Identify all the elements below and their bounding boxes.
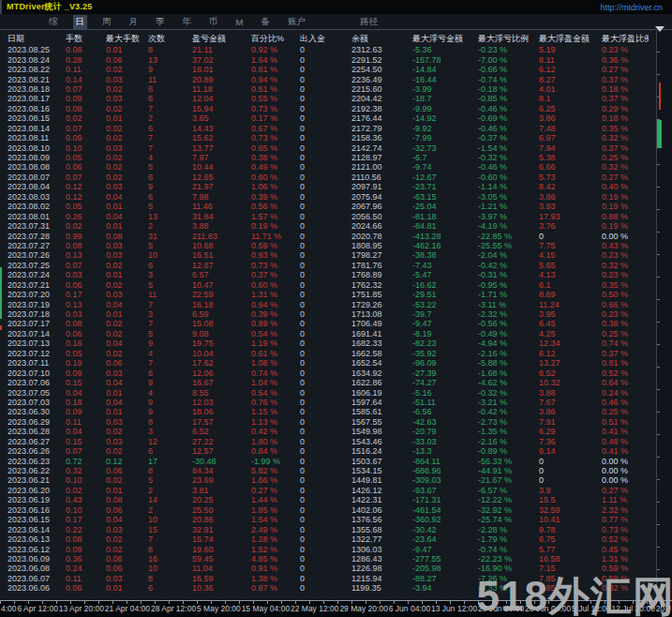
table-row[interactable]: 2023.07.190.130.04716.180.94 %01729.26-5… xyxy=(0,299,656,308)
table-row[interactable]: 2023.08.010.260.041331.841.57 %02056.50-… xyxy=(0,211,656,220)
cell-max-lots: 0.02 xyxy=(106,153,148,162)
cell-balance: 1606.19 xyxy=(351,388,412,398)
menu-item-8[interactable]: 备 xyxy=(258,15,273,29)
table-row[interactable]: 2023.07.280.990.0831211.8311.71 %02020.7… xyxy=(0,231,656,240)
table-row[interactable]: 2023.06.230.720.1217-30.48-1.99 %01503.6… xyxy=(0,456,656,465)
menu-item-7[interactable]: M xyxy=(233,16,246,28)
table-row[interactable]: 2023.07.050.040.0148.550.54 %01606.19-5.… xyxy=(0,387,656,397)
table-row[interactable]: 2023.07.140.060.0259.080.54 %01691.41-8.… xyxy=(0,329,656,339)
cell-lots: 0.02 xyxy=(66,221,106,231)
table-row[interactable]: 2023.06.090.360.061659.454.85 %01286.43-… xyxy=(0,554,656,564)
table-row[interactable]: 2023.08.170.090.03612.040.55 %02204.42-1… xyxy=(0,94,656,103)
cell-count: 6 xyxy=(148,173,192,182)
table-row[interactable]: 2023.08.080.060.02510.440.49 %02121.00-9… xyxy=(0,162,656,172)
cell-max-float-profit-pct: 0.37 % xyxy=(602,94,649,103)
cell-percent: 0.55 % xyxy=(251,94,300,103)
cell-pl-amount: 84.34 xyxy=(192,466,251,475)
table-row[interactable]: 2023.06.300.090.01918.061.15 %01585.61-6… xyxy=(0,407,656,416)
cell-balance: 1762.32 xyxy=(351,280,412,290)
cell-pl-amount: 11.04 xyxy=(192,564,251,573)
menu-item-0[interactable]: 综 xyxy=(46,15,61,29)
menu-bar: 综日周月季年币M备账户路径 xyxy=(0,14,672,30)
table-row[interactable]: 2023.06.200.020.0123.810.27 %01426.12-93… xyxy=(0,486,656,495)
table-row[interactable]: 2023.08.030.120.0467.980.39 %02075.94-63… xyxy=(0,192,656,202)
table-row[interactable]: 2023.08.250.080.01821.110.92 %02312.63-5… xyxy=(0,45,656,54)
table-row[interactable]: 2023.06.120.090.02819.601.52 %01306.03-9… xyxy=(0,544,656,553)
table-row[interactable]: 2023.07.180.030.0136.590.39 %01713.08-39… xyxy=(0,309,656,319)
table-row[interactable]: 2023.06.080.240.061011.040.91 %01226.98-… xyxy=(0,564,656,573)
menu-item-2[interactable]: 周 xyxy=(99,15,114,29)
table-row[interactable]: 2023.08.150.020.0123.650.17 %02176.44-14… xyxy=(0,113,656,123)
cell-max-float-profit: 6.66 xyxy=(539,162,602,172)
cell-lots: 0.06 xyxy=(66,329,106,339)
cell-max-float-profit-pct: 0.00 % xyxy=(602,457,649,466)
table-row[interactable]: 2023.08.160.080.02715.940.73 %02192.38-9… xyxy=(0,104,656,113)
table-row[interactable]: 2023.07.270.080.03510.680.59 %01808.95-4… xyxy=(0,241,656,250)
table-row[interactable]: 2023.06.220.320.06884.345.82 %01534.15-6… xyxy=(0,466,656,475)
cell-percent: 0.94 % xyxy=(251,75,300,84)
table-row[interactable]: 2023.06.260.070.02612.570.84 %01516.24-1… xyxy=(0,446,656,456)
table-row[interactable]: 2023.06.160.100.06225.501.85 %01402.06-4… xyxy=(0,505,656,515)
time-axis[interactable]: 4:006 Apr 12:0013 Apr 20:0021 Apr 04:002… xyxy=(0,600,672,617)
table-row[interactable]: 2023.08.220.110.02918.010.81 %02254.50-1… xyxy=(0,65,656,74)
cell-balance: 1322.77 xyxy=(351,534,412,544)
cell-max-float-loss-pct: -0.32 % xyxy=(478,388,539,398)
table-row[interactable]: 2023.08.040.120.03921.971.06 %02097.91-2… xyxy=(0,182,656,191)
chevron-down-icon[interactable] xyxy=(655,26,665,32)
cell-percent: 5.82 % xyxy=(251,466,300,475)
table-row[interactable]: 2023.06.290.110.03817.571.13 %01567.55-4… xyxy=(0,417,656,427)
table-row[interactable]: 2023.06.280.040.0236.520.42 %01549.98-20… xyxy=(0,427,656,436)
cell-lots: 0.09 xyxy=(66,133,106,143)
table-row[interactable]: 2023.07.310.020.0123.880.19 %02024.66-84… xyxy=(0,221,656,231)
menu-item-5[interactable]: 年 xyxy=(180,15,195,29)
cell-lots: 0.22 xyxy=(66,525,106,534)
title-bar: MTDriver统计 _V3.25 http://mtdriver.cn xyxy=(0,0,672,14)
table-row[interactable]: 2023.08.140.070.02614.430.67 %02172.79-9… xyxy=(0,124,656,133)
cell-balance: 2075.94 xyxy=(351,192,412,202)
table-row[interactable]: 2023.08.240.280.061337.021.64 %02291.52-… xyxy=(0,54,656,64)
table-row[interactable]: 2023.08.110.090.02715.620.73 %02158.36-7… xyxy=(0,133,656,143)
cell-max-float-profit: 32.59 xyxy=(539,505,602,515)
table-row[interactable]: 2023.07.120.050.02410.040.61 %01662.58-3… xyxy=(0,349,656,358)
table-row[interactable]: 2023.07.210.060.02510.470.60 %01762.32-1… xyxy=(0,280,656,290)
table-row[interactable]: 2023.07.060.150.04916.671.04 %01622.86-7… xyxy=(0,378,656,387)
table-row[interactable]: 2023.07.200.170.031122.591.31 %01751.85-… xyxy=(0,290,656,299)
cell-count: 4 xyxy=(148,388,192,398)
table-row[interactable]: 2023.08.180.070.02611.180.51 %02215.60-3… xyxy=(0,84,656,94)
table-row[interactable]: 2023.07.100.090.03612.060.74 %01634.92-2… xyxy=(0,368,656,377)
table-row[interactable]: 2023.06.130.080.02716.741.28 %01322.77-2… xyxy=(0,534,656,544)
table-row[interactable]: 2023.08.100.100.03713.770.65 %02142.74-3… xyxy=(0,143,656,152)
table-row[interactable]: 2023.07.250.070.02612.870.73 %01781.76-7… xyxy=(0,261,656,270)
menu-item-1[interactable]: 日 xyxy=(73,15,88,29)
cell-max-float-profit: 7.85 xyxy=(539,574,602,583)
menu-item-3[interactable]: 月 xyxy=(127,15,142,29)
menu-item-path[interactable]: 路径 xyxy=(357,15,381,29)
table-row[interactable]: 2023.06.150.170.041020.861.54 %01376.56-… xyxy=(0,515,656,524)
website-link[interactable]: http://mtdriver.cn xyxy=(600,3,672,12)
table-row[interactable]: 2023.07.110.190.06717.621.08 %01652.54-9… xyxy=(0,358,656,368)
table-row[interactable]: 2023.08.090.050.0247.970.38 %02128.97-6.… xyxy=(0,153,656,162)
table-row[interactable]: 2023.08.070.070.02612.650.60 %02110.56-1… xyxy=(0,173,656,182)
cell-pl-amount: 15.94 xyxy=(192,104,251,113)
table-row[interactable]: 2023.06.140.220.031532.912.49 %01355.68-… xyxy=(0,524,656,534)
table-row[interactable]: 2023.06.270.150.031227.221.80 %01543.46-… xyxy=(0,437,656,446)
time-axis-label-11: 20 Jun 20:00 xyxy=(478,604,524,613)
table-row[interactable]: 2023.06.190.430.081420.251.44 %01422.31-… xyxy=(0,495,656,504)
table-row[interactable]: 2023.06.060.060.01610.360.87 %01199.35-3… xyxy=(0,583,656,593)
cell-max-float-loss: -82.23 xyxy=(412,339,478,348)
table-row[interactable]: 2023.07.170.080.02715.080.89 %01706.49-9… xyxy=(0,319,656,328)
menu-item-4[interactable]: 季 xyxy=(153,15,168,29)
menu-item-6[interactable]: 币 xyxy=(206,15,221,29)
table-row[interactable]: 2023.08.210.140.031120.890.94 %02236.49-… xyxy=(0,74,656,83)
table-row[interactable]: 2023.07.260.130.031016.510.93 %01798.27-… xyxy=(0,250,656,260)
table-row[interactable]: 2023.07.240.030.0136.570.37 %01768.89-5.… xyxy=(0,270,656,279)
table-row[interactable]: 2023.06.070.110.03816.591.38 %01215.94-8… xyxy=(0,574,656,583)
cell-count: 6 xyxy=(148,369,192,378)
menu-item-9[interactable]: 账户 xyxy=(285,15,308,29)
table-row[interactable]: 2023.07.030.180.04912.030.76 %01597.64-5… xyxy=(0,398,656,407)
table-row[interactable]: 2023.06.210.100.02523.691.66 %01449.81-3… xyxy=(0,475,656,485)
cell-max-float-loss-pct: -0.46 % xyxy=(478,162,539,172)
table-row[interactable]: 2023.07.130.160.04919.751.19 %01682.33-8… xyxy=(0,339,656,348)
table-row[interactable]: 2023.08.020.050.01511.460.56 %02067.96-2… xyxy=(0,202,656,211)
time-axis-label-6: 15 May 04:00 xyxy=(242,604,291,613)
